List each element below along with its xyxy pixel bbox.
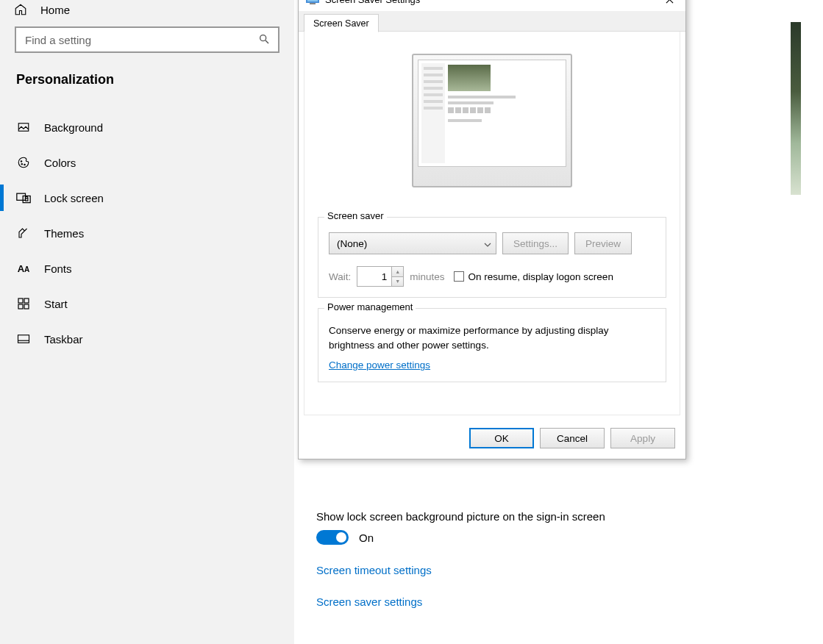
lockscreen-preview: [791, 22, 801, 195]
screen-saver-select[interactable]: (None): [329, 232, 496, 254]
power-management-fieldset: Power management Conserve energy or maxi…: [318, 308, 666, 382]
nav-home[interactable]: Home: [0, 0, 294, 19]
svg-rect-9: [18, 298, 23, 303]
power-management-text: Conserve energy or maximize performance …: [329, 323, 655, 352]
sidebar-item-label: Lock screen: [44, 192, 104, 204]
wait-label: Wait:: [329, 271, 351, 282]
search-icon: [258, 33, 271, 46]
sidebar-item-lockscreen[interactable]: Lock screen: [0, 180, 294, 215]
sidebar-item-label: Taskbar: [44, 333, 83, 346]
sidebar-item-label: Colors: [44, 157, 76, 169]
svg-point-4: [21, 164, 23, 165]
section-title: Personalization: [0, 72, 294, 87]
close-button[interactable]: [658, 0, 681, 8]
sidebar-item-label: Themes: [44, 227, 84, 240]
signin-bg-toggle[interactable]: On: [316, 530, 801, 545]
taskbar-icon: [16, 332, 31, 346]
palette-icon: [16, 155, 31, 170]
svg-rect-11: [18, 304, 23, 309]
settings-sidebar: Home Personalization Background Colors L…: [0, 0, 294, 644]
preview-button[interactable]: Preview: [574, 232, 632, 254]
search-wrap: [0, 26, 294, 53]
svg-point-5: [24, 164, 26, 165]
minutes-label: minutes: [410, 271, 444, 282]
spinner-down-icon[interactable]: ▼: [392, 277, 403, 287]
start-icon: [16, 296, 31, 311]
wait-input[interactable]: [357, 266, 392, 287]
dialog-body: Screen saver (None) Settings... Preview …: [304, 32, 680, 415]
nav-home-label: Home: [40, 4, 70, 16]
screensaver-app-icon: [306, 0, 319, 4]
apply-button[interactable]: Apply: [610, 428, 675, 448]
home-icon: [13, 2, 28, 17]
svg-point-3: [21, 161, 22, 162]
search-box[interactable]: [15, 26, 279, 53]
screen-saver-fieldset: Screen saver (None) Settings... Preview …: [318, 217, 666, 298]
tab-screen-saver[interactable]: Screen Saver: [304, 14, 379, 32]
lockscreen-icon: [16, 190, 31, 205]
svg-rect-17: [310, 3, 316, 4]
sidebar-item-taskbar[interactable]: Taskbar: [0, 321, 294, 357]
settings-button[interactable]: Settings...: [502, 232, 569, 254]
sidebar-item-background[interactable]: Background: [0, 110, 294, 145]
resume-label: On resume, display logon screen: [468, 271, 613, 282]
spinner-up-icon[interactable]: ▲: [392, 267, 403, 277]
svg-rect-16: [307, 0, 318, 1]
toggle-state-text: On: [359, 532, 374, 544]
svg-rect-2: [18, 124, 29, 132]
svg-rect-8: [26, 198, 28, 201]
image-icon: [16, 120, 31, 135]
fonts-icon: AA: [16, 261, 31, 276]
signin-bg-label: Show lock screen background picture on t…: [316, 510, 801, 523]
screen-saver-legend: Screen saver: [324, 210, 387, 221]
svg-rect-6: [17, 193, 26, 200]
resume-checkbox-wrap[interactable]: On resume, display logon screen: [454, 271, 613, 282]
dialog-title: Screen Saver Settings: [325, 0, 420, 5]
dialog-button-row: OK Cancel Apply: [299, 421, 685, 459]
sidebar-item-themes[interactable]: Themes: [0, 215, 294, 251]
link-screen-timeout[interactable]: Screen timeout settings: [316, 564, 801, 576]
dialog-titlebar[interactable]: Screen Saver Settings: [299, 0, 685, 11]
power-management-legend: Power management: [324, 301, 416, 312]
wait-spinner[interactable]: ▲ ▼: [357, 266, 404, 287]
themes-icon: [16, 226, 31, 240]
sidebar-item-label: Start: [44, 298, 68, 310]
sidebar-item-colors[interactable]: Colors: [0, 145, 294, 180]
svg-rect-12: [24, 304, 29, 309]
cancel-button[interactable]: Cancel: [540, 428, 605, 448]
checkbox-icon: [454, 271, 464, 282]
sidebar-item-start[interactable]: Start: [0, 286, 294, 321]
svg-line-1: [266, 40, 268, 43]
svg-point-0: [260, 35, 266, 41]
screen-saver-dialog: Screen Saver Settings Screen Saver: [298, 0, 686, 459]
dialog-tabs: Screen Saver: [299, 11, 685, 32]
svg-rect-13: [18, 335, 29, 343]
sidebar-item-label: Background: [44, 121, 103, 134]
preview-monitor: [412, 54, 572, 187]
ok-button[interactable]: OK: [469, 428, 534, 448]
sidebar-item-label: Fonts: [44, 262, 72, 275]
toggle-switch-icon: [316, 530, 349, 545]
chevron-down-icon: [484, 240, 491, 247]
screen-saver-selected: (None): [337, 238, 367, 249]
link-screen-saver[interactable]: Screen saver settings: [316, 595, 801, 608]
change-power-settings-link[interactable]: Change power settings: [329, 359, 430, 371]
svg-rect-10: [24, 298, 29, 303]
search-input[interactable]: [16, 28, 278, 51]
sidebar-item-fonts[interactable]: AA Fonts: [0, 251, 294, 286]
